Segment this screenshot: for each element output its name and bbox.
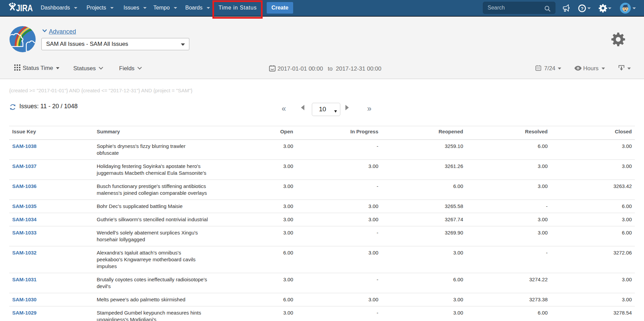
svg-text:JIRA: JIRA (16, 3, 33, 13)
svg-text:?: ? (581, 6, 583, 11)
